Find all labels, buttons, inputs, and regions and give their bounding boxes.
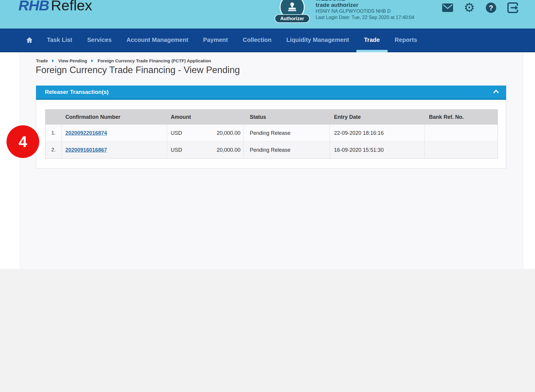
nav-account-management[interactable]: Account Management — [126, 29, 189, 51]
status-value: Pending Release — [244, 142, 330, 158]
currency-code: USD — [171, 130, 182, 136]
breadcrumb: Trade View Pending Foreign Currency Trad… — [36, 58, 211, 63]
col-header-bank-ref-no: Bank Ref. No. — [425, 114, 498, 120]
table-row: 1. 20200922016874 USD 20,000.00 Pending … — [45, 124, 498, 141]
row-index: 2. — [45, 142, 62, 158]
panel-body: Confirmation Number Amount Status Entry … — [36, 100, 506, 169]
page-footer-area — [0, 269, 535, 392]
nav-task-list[interactable]: Task List — [46, 29, 73, 51]
status-value: Pending Release — [244, 125, 330, 141]
logo-rhb: RHB — [18, 0, 49, 13]
annotation-step-badge: 4 — [7, 125, 39, 158]
confirmation-number-link[interactable]: 20200916016867 — [65, 147, 107, 153]
breadcrumb-fctf-application[interactable]: Foreign Currency Trade Financing (FCTF) … — [97, 58, 211, 63]
entry-date-value: 22-09-2020 18:16:16 — [330, 125, 425, 141]
bank-ref-value — [425, 142, 498, 158]
user-company: HSNIY NA GLPWYOOTIDS NHB D — [316, 8, 414, 14]
user-info: WELCOME trade authorizer HSNIY NA GLPWYO… — [316, 0, 414, 20]
nav-payment[interactable]: Payment — [202, 29, 228, 51]
mail-icon[interactable] — [442, 2, 454, 14]
currency-code: USD — [171, 147, 182, 153]
home-icon[interactable] — [26, 36, 33, 44]
releaser-transactions-panel: Releaser Transaction(s) Confirmation Num… — [36, 86, 506, 169]
table-header-row: Confirmation Number Amount Status Entry … — [45, 110, 498, 124]
header-icons: ⚙ ? — [442, 2, 519, 14]
amount-value: 20,000.00 — [217, 130, 240, 136]
bank-ref-value — [425, 125, 498, 141]
nav-trade-active[interactable]: Trade — [364, 29, 380, 51]
breadcrumb-arrow-icon — [52, 59, 54, 62]
panel-header[interactable]: Releaser Transaction(s) — [36, 86, 506, 100]
nav-collection[interactable]: Collection — [242, 29, 272, 51]
breadcrumb-trade[interactable]: Trade — [36, 58, 48, 63]
role-badge: Authorizer — [275, 14, 310, 23]
entry-date-value: 16-09-2020 15:51:30 — [330, 142, 425, 158]
main-navigation: Task List Services Account Management Pa… — [0, 29, 535, 52]
col-header-entry-date: Entry Date — [330, 114, 425, 120]
page-title: Foreign Currency Trade Financing - View … — [36, 65, 240, 75]
table-row: 2. 20200916016867 USD 20,000.00 Pending … — [45, 141, 498, 158]
col-header-confirmation-number: Confirmation Number — [62, 114, 167, 120]
row-index: 1. — [45, 125, 62, 141]
help-icon[interactable]: ? — [485, 2, 497, 14]
content-area: Trade View Pending Foreign Currency Trad… — [20, 52, 523, 269]
logout-icon[interactable] — [507, 2, 519, 14]
amount-value: 20,000.00 — [217, 147, 240, 153]
confirmation-number-link[interactable]: 20200922016874 — [65, 130, 107, 136]
breadcrumb-arrow-icon — [91, 59, 93, 62]
top-header: RHBReflex Authorizer WELCOME trade autho… — [0, 0, 535, 29]
svg-text:?: ? — [489, 4, 493, 12]
panel-title: Releaser Transaction(s) — [45, 89, 108, 95]
transactions-table: Confirmation Number Amount Status Entry … — [45, 109, 498, 159]
nav-services[interactable]: Services — [86, 29, 112, 51]
col-header-status: Status — [244, 114, 330, 120]
user-name: trade authorizer — [316, 2, 414, 8]
nav-liquidity-management[interactable]: Liquidity Management — [286, 29, 350, 51]
last-login-date: Last Login Date: Tue, 22 Sep 2020 at 17:… — [316, 14, 414, 20]
settings-gear-icon[interactable]: ⚙ — [463, 2, 475, 14]
col-header-amount: Amount — [167, 114, 244, 120]
stamp-icon — [286, 0, 299, 14]
logo-reflex: Reflex — [51, 0, 92, 13]
breadcrumb-view-pending[interactable]: View Pending — [58, 58, 87, 63]
rhb-reflex-logo[interactable]: RHBReflex — [18, 0, 92, 14]
chevron-up-icon[interactable] — [493, 89, 499, 95]
nav-reports[interactable]: Reports — [394, 29, 418, 51]
